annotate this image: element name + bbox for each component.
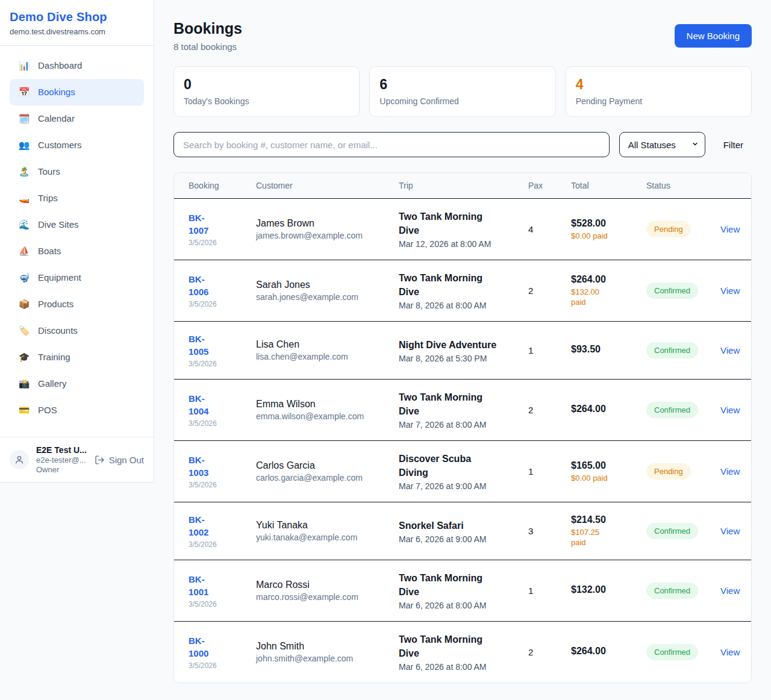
total-cell: $264.00 $132.00 paid	[564, 260, 639, 322]
table-row: BK-1000 3/5/2026 John Smith john.smith@e…	[174, 622, 752, 683]
sidebar-item[interactable]: 🤿 Equipment	[10, 264, 144, 291]
column-header-booking: Booking	[174, 173, 249, 199]
sidebar-item-icon: 👥	[18, 139, 30, 152]
trip-cell: Snorkel Safari Mar 6, 2026 at 9:00 AM	[392, 502, 521, 560]
view-link[interactable]: View	[720, 405, 740, 415]
sidebar-item[interactable]: 📸 Gallery	[10, 370, 144, 397]
table-header: Booking Customer Trip Pax Total Status	[174, 173, 752, 199]
sidebar-item[interactable]: 🚤 Trips	[10, 185, 144, 211]
sidebar-item-icon: 📊	[18, 59, 30, 72]
customer-cell: Marco Rossi marco.rossi@example.com	[249, 560, 392, 622]
actions-cell: View	[713, 199, 752, 260]
sidebar-item[interactable]: 🗓️ Calendar	[10, 105, 144, 132]
customer-name: Yuki Tanaka	[256, 520, 384, 531]
status-cell: Confirmed	[639, 322, 713, 380]
customer-name: John Smith	[256, 641, 384, 652]
sidebar-item[interactable]: 💳 POS	[10, 397, 144, 423]
booking-date: 3/5/2026	[189, 419, 242, 428]
user-email: e2e-tester@...	[36, 455, 87, 464]
view-link[interactable]: View	[720, 345, 740, 355]
sidebar-item[interactable]: 📅 Bookings	[10, 79, 144, 105]
pax-cell: 1	[521, 441, 564, 502]
pax-cell: 1	[521, 322, 564, 380]
user-info: E2E Test U... e2e-tester@... Owner	[36, 445, 87, 474]
column-header-total: Total	[564, 173, 639, 199]
sign-out-button[interactable]: Sign Out	[95, 455, 144, 465]
actions-cell: View	[713, 322, 752, 380]
sidebar-item-icon: 🏝️	[18, 165, 30, 178]
booking-id-link[interactable]: BK-1001	[189, 573, 223, 598]
status-filter-select[interactable]: All Statuses	[619, 132, 705, 157]
booking-cell: BK-1006 3/5/2026	[174, 260, 249, 322]
column-header-customer: Customer	[249, 173, 392, 199]
trip-datetime: Mar 7, 2026 at 9:00 AM	[399, 481, 514, 491]
trip-datetime: Mar 12, 2026 at 8:00 AM	[399, 239, 514, 249]
booking-date: 3/5/2026	[189, 540, 242, 549]
page-title: Bookings	[173, 20, 242, 37]
pax-count: 2	[528, 647, 533, 657]
view-link[interactable]: View	[720, 286, 740, 296]
total-amount: $214.50	[571, 514, 632, 525]
status-badge: Confirmed	[646, 523, 698, 539]
booking-date: 3/5/2026	[189, 300, 242, 308]
column-header-status: Status	[639, 173, 713, 199]
stat-label: Upcoming Confirmed	[379, 96, 545, 106]
view-link[interactable]: View	[720, 647, 740, 657]
view-link[interactable]: View	[720, 466, 740, 477]
booking-id-link[interactable]: BK-1003	[189, 454, 223, 479]
sidebar-item[interactable]: 🏷️ Discounts	[10, 317, 144, 344]
total-cell: $214.50 $107.25 paid	[564, 502, 639, 560]
total-amount: $93.50	[571, 344, 632, 355]
filter-controls: All Statuses Filter	[173, 132, 752, 157]
total-cell: $132.00	[564, 560, 639, 622]
trip-name: Night Dive Adventure	[399, 338, 501, 352]
trip-name: Two Tank Morning Dive	[399, 571, 501, 599]
status-cell: Pending	[639, 441, 713, 502]
sidebar-header: Demo Dive Shop demo.test.divestreams.com	[0, 0, 154, 46]
sidebar-item[interactable]: 🎓 Training	[10, 344, 144, 370]
pax-cell: 3	[521, 502, 564, 560]
customer-name: Sarah Jones	[256, 280, 384, 290]
pax-count: 2	[528, 286, 533, 296]
booking-id-link[interactable]: BK-1007	[189, 211, 223, 237]
booking-id-link[interactable]: BK-1000	[189, 634, 223, 660]
booking-cell: BK-1004 3/5/2026	[174, 380, 249, 441]
booking-id-link[interactable]: BK-1005	[189, 333, 223, 358]
sidebar-item-label: Discounts	[38, 324, 78, 337]
status-badge: Confirmed	[646, 583, 698, 599]
sidebar-item[interactable]: 🏝️ Tours	[10, 158, 144, 185]
view-link[interactable]: View	[720, 586, 740, 596]
status-badge: Confirmed	[646, 342, 698, 358]
customer-email: james.brown@example.com	[256, 231, 384, 240]
total-cell: $93.50	[564, 322, 639, 380]
sidebar-item-label: Calendar	[38, 112, 75, 125]
search-input[interactable]	[173, 132, 610, 157]
booking-id-link[interactable]: BK-1006	[189, 273, 223, 298]
pax-cell: 2	[521, 622, 564, 683]
booking-id-link[interactable]: BK-1002	[189, 513, 223, 539]
new-booking-button[interactable]: New Booking	[675, 24, 752, 48]
booking-cell: BK-1001 3/5/2026	[174, 560, 249, 622]
table-body: BK-1007 3/5/2026 James Brown james.brown…	[174, 199, 752, 683]
shop-domain: demo.test.divestreams.com	[10, 27, 144, 36]
sidebar-item[interactable]: 👥 Customers	[10, 132, 144, 158]
pax-cell: 2	[521, 260, 564, 322]
view-link[interactable]: View	[720, 224, 740, 234]
sidebar-item[interactable]: ⛵ Boats	[10, 238, 144, 264]
stats-row: 0 Today's Bookings 6 Upcoming Confirmed …	[173, 66, 752, 117]
trip-datetime: Mar 7, 2026 at 8:00 AM	[399, 420, 514, 430]
trip-cell: Night Dive Adventure Mar 8, 2026 at 5:30…	[392, 322, 521, 380]
filter-button[interactable]: Filter	[715, 140, 752, 150]
status-cell: Confirmed	[639, 560, 713, 622]
trip-name: Two Tank Morning Dive	[399, 210, 501, 237]
total-amount: $264.00	[571, 404, 632, 414]
trip-cell: Two Tank Morning Dive Mar 6, 2026 at 8:0…	[392, 622, 521, 683]
sidebar-item[interactable]: 📊 Dashboard	[10, 52, 144, 79]
sidebar-item[interactable]: 🌊 Dive Sites	[10, 211, 144, 238]
sidebar-item-label: Equipment	[38, 271, 81, 284]
view-link[interactable]: View	[720, 526, 740, 536]
paid-amount: $0.00 paid	[571, 473, 614, 483]
column-header-trip: Trip	[392, 173, 521, 199]
booking-id-link[interactable]: BK-1004	[189, 392, 223, 417]
sidebar-item[interactable]: 📦 Products	[10, 291, 144, 317]
